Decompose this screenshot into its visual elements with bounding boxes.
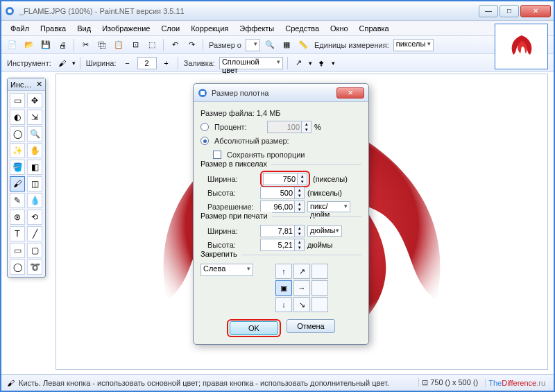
tool-text[interactable]: T <box>10 226 25 241</box>
antialias-button[interactable]: ↗ <box>292 56 306 70</box>
anchor-sw[interactable]: ↓ <box>275 297 292 312</box>
tool-rect[interactable]: ▭ <box>10 243 25 258</box>
menu-file[interactable]: Файл <box>6 23 34 34</box>
tool-ellipse-sel[interactable]: ◯ <box>10 126 25 142</box>
px-height-up[interactable]: ▴ <box>295 187 304 193</box>
anchor-ne[interactable] <box>311 264 328 279</box>
tool-rrect[interactable]: ▢ <box>27 243 42 258</box>
tool-rect-select[interactable]: ▭ <box>10 93 25 108</box>
percent-input <box>267 121 302 133</box>
units-combo[interactable]: пикселы <box>393 39 434 51</box>
px-width-up[interactable]: ▴ <box>298 173 307 179</box>
toolbar-main: 📄 📂 💾 🖨 ✂ ⿻ 📋 ⊡ ⬚ ↶ ↷ Размер о 🔍 ▦ 📏 Еди… <box>1 36 554 54</box>
tool-pencil[interactable]: ✎ <box>10 193 25 208</box>
cut-button[interactable]: ✂ <box>78 38 92 52</box>
width-dec[interactable]: − <box>121 56 135 70</box>
ok-button[interactable]: OK <box>230 321 278 335</box>
tool-pan[interactable]: ✋ <box>27 143 42 158</box>
blend-button[interactable]: ⧪ <box>315 56 329 70</box>
tools-close[interactable]: ✕ <box>36 80 42 89</box>
anchor-combo[interactable]: Слева <box>200 264 253 276</box>
tool-label: Инструмент: <box>6 59 53 67</box>
res-unit-combo[interactable]: пикс/дюйм <box>307 201 350 212</box>
fill-label: Заливка: <box>182 59 216 67</box>
tool-gradient[interactable]: ◧ <box>27 160 42 175</box>
open-button[interactable]: 📂 <box>22 38 36 52</box>
menu-view[interactable]: Вид <box>72 23 96 34</box>
save-button[interactable]: 💾 <box>39 38 53 52</box>
menu-effects[interactable]: Эффекты <box>234 23 279 34</box>
menu-tools[interactable]: Средства <box>280 23 324 34</box>
tool-line[interactable]: ╱ <box>27 226 42 241</box>
grid-button[interactable]: ▦ <box>280 38 293 52</box>
anchor-c[interactable]: → <box>293 280 310 296</box>
minimize-button[interactable]: — <box>479 5 498 17</box>
dialog-close[interactable]: ✕ <box>336 87 364 99</box>
copy-button[interactable]: ⿻ <box>95 38 109 52</box>
tool-free[interactable]: ➰ <box>27 259 42 275</box>
tool-picker[interactable]: 💧 <box>27 193 42 208</box>
status-text: Кисть. Левая кнопка - использовать основ… <box>19 379 414 387</box>
anchor-se[interactable] <box>311 297 328 312</box>
width-inc[interactable]: + <box>160 56 173 70</box>
cancel-button[interactable]: Отмена <box>287 319 335 333</box>
anchor-nw[interactable]: ↑ <box>275 264 292 279</box>
tool-wand[interactable]: ✨ <box>10 143 25 158</box>
print-width-unit[interactable]: дюймы <box>307 225 342 237</box>
px-width-input[interactable] <box>263 173 298 185</box>
tool-fill[interactable]: 🪣 <box>10 160 25 175</box>
tool-ellipse[interactable]: ◯ <box>10 259 25 275</box>
maximize-button[interactable]: □ <box>500 5 519 17</box>
window-title: _FLAME.JPG (100%) - Paint.NET версия 3.5… <box>19 7 479 15</box>
ruler-button[interactable]: 📏 <box>296 38 310 52</box>
tool-recolor[interactable]: ⟲ <box>27 210 42 225</box>
paste-button[interactable]: 📋 <box>112 38 126 52</box>
deselect-button[interactable]: ⬚ <box>145 38 159 52</box>
undo-button[interactable]: ↶ <box>168 38 182 52</box>
absolute-radio[interactable] <box>200 137 209 145</box>
anchor-n[interactable]: ↗ <box>293 264 310 279</box>
canvassize-label: Размер о <box>207 41 243 49</box>
tool-move-sel[interactable]: ⇲ <box>27 110 42 125</box>
tool-clone[interactable]: ⊛ <box>10 210 25 225</box>
tool-move[interactable]: ✥ <box>27 93 42 108</box>
print-height-unit: дюймы <box>307 241 332 249</box>
print-button[interactable]: 🖨 <box>56 38 69 52</box>
redo-button[interactable]: ↷ <box>185 38 198 52</box>
res-label: Разрешение: <box>207 203 257 211</box>
px-height-input[interactable] <box>260 187 295 199</box>
anchor-label: Закрепить <box>200 250 241 258</box>
crop-button[interactable]: ⊡ <box>128 38 142 52</box>
canvassize-combo[interactable] <box>246 39 260 51</box>
menu-adjust[interactable]: Коррекция <box>186 23 233 34</box>
anchor-w[interactable]: ▣ <box>275 280 292 296</box>
menu-window[interactable]: Окно <box>325 23 353 34</box>
brush-icon[interactable]: 🖌 <box>56 56 69 70</box>
aspect-checkbox[interactable] <box>213 151 221 159</box>
menu-edit[interactable]: Правка <box>35 23 71 34</box>
tool-lasso[interactable]: ◐ <box>10 110 25 125</box>
anchor-s[interactable]: ↘ <box>293 297 310 312</box>
print-width-input[interactable] <box>260 225 295 237</box>
tool-brush[interactable]: 🖌 <box>10 176 25 191</box>
anchor-e[interactable] <box>311 280 328 296</box>
dialog-icon <box>198 88 207 98</box>
menu-help[interactable]: Справка <box>355 23 394 34</box>
print-height-input[interactable] <box>260 239 295 251</box>
width-label: Ширина: <box>85 59 118 67</box>
menu-image[interactable]: Изображение <box>97 23 155 34</box>
tool-zoom[interactable]: 🔍 <box>27 126 42 142</box>
print-height-label: Высота: <box>207 241 257 249</box>
layer-thumbnail[interactable] <box>495 24 548 69</box>
new-button[interactable]: 📄 <box>6 38 19 52</box>
menu-layers[interactable]: Слои <box>156 23 185 34</box>
zoom-button[interactable]: 🔍 <box>263 38 277 52</box>
width-input[interactable] <box>137 57 157 69</box>
px-height-down[interactable]: ▾ <box>295 193 304 198</box>
brush-icon: 🖌 <box>7 379 15 387</box>
px-width-down[interactable]: ▾ <box>298 179 307 185</box>
percent-radio[interactable] <box>200 123 209 131</box>
close-button[interactable]: ✕ <box>520 5 551 17</box>
fill-combo[interactable]: Сплошной цвет <box>219 57 283 69</box>
tool-eraser[interactable]: ◫ <box>27 176 42 191</box>
